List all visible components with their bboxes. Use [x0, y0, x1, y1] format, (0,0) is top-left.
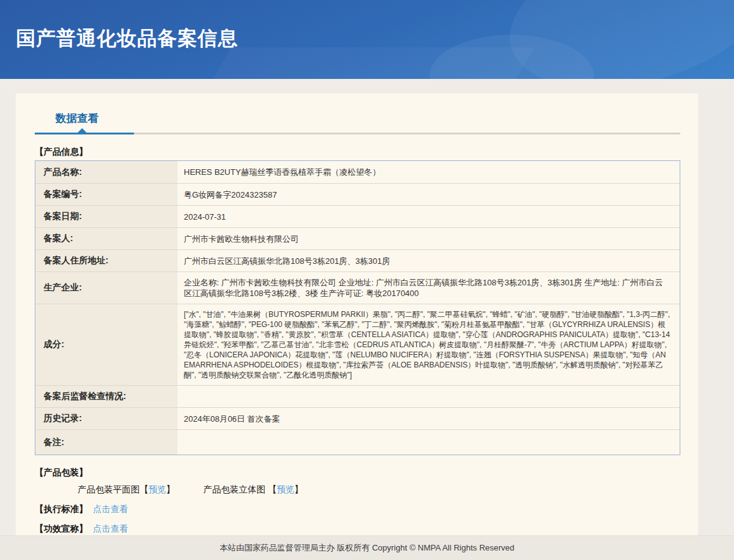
- row-value: ["水", "甘油", "牛油果树（BUTYROSPERMUM PARKII）果…: [177, 304, 680, 385]
- bracket-open: 【: [268, 484, 277, 494]
- table-row-manufacturer: 生产企业: 企业名称: 广州市卡茜欧生物科技有限公司 企业地址: 广州市白云区江…: [35, 271, 680, 304]
- effect-line: 【功效宣称】点击查看: [35, 522, 680, 535]
- row-value: 广州市白云区江高镇振华北路108号3栋201房、3栋301房: [177, 250, 680, 271]
- standard-line: 【执行标准】点击查看: [35, 503, 680, 516]
- row-value: 2024年08月06日 首次备案: [177, 408, 680, 429]
- row-label: 历史记录:: [35, 408, 177, 429]
- tab-active-indicator: [35, 133, 134, 134]
- page-footer: 本站由国家药品监督管理局主办 版权所有 Copyright © NMPA All…: [0, 535, 734, 560]
- table-row-ingredients: 成分: ["水", "甘油", "牛油果树（BUTYROSPERMUM PARK…: [35, 304, 680, 385]
- packaging-flat-preview-link[interactable]: 预览: [148, 484, 166, 494]
- tab-data-view[interactable]: 数据查看: [56, 111, 99, 133]
- tab-bar: 数据查看: [35, 111, 680, 134]
- standard-section-title: 【执行标准】: [35, 504, 88, 514]
- row-label: 成分:: [35, 304, 177, 385]
- standard-click-view-link[interactable]: 点击查看: [93, 504, 128, 514]
- row-value: HERES B2UTY赫瑞丝季语香氛植萃手霜（凌松望冬）: [177, 161, 680, 183]
- packaging-stereo-group: 产品包装立体图 【预览】: [203, 483, 303, 496]
- tab-arrow-icon: [78, 128, 87, 133]
- bracket-open: 【: [140, 484, 148, 494]
- effect-section-title: 【功效宣称】: [35, 523, 88, 533]
- product-info-table: 产品名称: HERES B2UTY赫瑞丝季语香氛植萃手霜（凌松望冬） 备案编号:…: [35, 160, 680, 455]
- table-row-supervision-check: 备案后监督检查情况:: [35, 385, 680, 407]
- bracket-close: 】: [166, 484, 175, 494]
- packaging-stereo-label: 产品包装立体图: [203, 484, 265, 494]
- row-label: 备案人:: [35, 228, 177, 249]
- table-row-registrant-address: 备案人住所地址: 广州市白云区江高镇振华北路108号3栋201房、3栋301房: [35, 249, 680, 271]
- row-label: 备案后监督检查情况:: [35, 386, 177, 407]
- row-value: 2024-07-31: [177, 206, 680, 227]
- product-info-section-title: 【产品信息】: [35, 145, 680, 158]
- row-label: 备案人住所地址:: [35, 250, 177, 271]
- table-row-remarks: 备注:: [35, 429, 680, 455]
- packaging-previews-line: 产品包装平面图【预览】产品包装立体图 【预览】: [78, 483, 680, 496]
- row-value: 广州市卡茜欧生物科技有限公司: [177, 228, 680, 249]
- page-title: 国产普通化妆品备案信息: [16, 25, 238, 52]
- page-header-banner: 国产普通化妆品备案信息: [0, 0, 734, 79]
- table-row-product-name: 产品名称: HERES B2UTY赫瑞丝季语香氛植萃手霜（凌松望冬）: [35, 161, 680, 183]
- effect-click-view-link[interactable]: 点击查看: [93, 523, 128, 533]
- row-value: [177, 386, 680, 407]
- table-row-record-date: 备案日期: 2024-07-31: [35, 205, 680, 227]
- row-label: 备案日期:: [35, 206, 177, 227]
- row-value: 粤G妆网备字2024323587: [177, 184, 680, 205]
- row-label: 生产企业:: [35, 272, 177, 304]
- table-row-history: 历史记录: 2024年08月06日 首次备案: [35, 407, 680, 429]
- table-row-record-number: 备案编号: 粤G妆网备字2024323587: [35, 183, 680, 205]
- row-value: 企业名称: 广州市卡茜欧生物科技有限公司 企业地址: 广州市白云区江高镇振华北路…: [177, 272, 680, 304]
- row-label: 备案编号:: [35, 184, 177, 205]
- packaging-flat-group: 产品包装平面图【预览】: [78, 483, 175, 496]
- banner-decoration: [198, 47, 534, 79]
- row-label: 产品名称:: [35, 161, 177, 183]
- tab-underline: [35, 133, 680, 134]
- footer-copyright-text: 本站由国家药品监督管理局主办 版权所有 Copyright © NMPA All…: [220, 542, 515, 554]
- table-row-registrant: 备案人: 广州市卡茜欧生物科技有限公司: [35, 227, 680, 249]
- content-card: 数据查看 【产品信息】 产品名称: HERES B2UTY赫瑞丝季语香氛植萃手霜…: [16, 93, 698, 535]
- packaging-stereo-preview-link[interactable]: 预览: [277, 484, 294, 494]
- bracket-close: 】: [294, 484, 303, 494]
- row-label: 备注:: [35, 430, 177, 455]
- packaging-flat-label: 产品包装平面图: [78, 484, 140, 494]
- packaging-section-title: 【产品包装】: [35, 466, 680, 479]
- row-value: [177, 430, 680, 455]
